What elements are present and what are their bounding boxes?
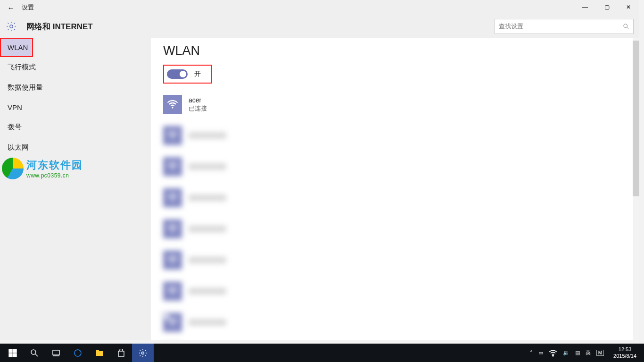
taskbar-settings[interactable] bbox=[132, 344, 154, 362]
wifi-icon bbox=[163, 126, 182, 145]
maximize-button[interactable]: ▢ bbox=[596, 0, 618, 14]
network-item[interactable] bbox=[163, 123, 627, 154]
svg-point-8 bbox=[172, 262, 173, 264]
network-name bbox=[189, 319, 226, 326]
tray-ime-lang[interactable]: 英 bbox=[586, 349, 591, 356]
titlebar: ← 设置 — ▢ ✕ bbox=[0, 0, 639, 15]
search-placeholder: 查找设置 bbox=[499, 22, 523, 31]
svg-point-24 bbox=[142, 352, 144, 354]
tray-battery-icon[interactable]: ▭ bbox=[538, 350, 543, 356]
tray-volume-icon[interactable]: 🔉 bbox=[563, 350, 570, 356]
network-name bbox=[189, 194, 226, 201]
network-name bbox=[189, 132, 226, 139]
tray-wifi-icon[interactable] bbox=[549, 349, 557, 357]
svg-point-0 bbox=[10, 25, 13, 28]
wifi-icon bbox=[163, 219, 182, 238]
svg-point-6 bbox=[172, 200, 173, 202]
svg-rect-22 bbox=[96, 350, 99, 352]
sidebar-item-vpn[interactable]: VPN bbox=[0, 98, 151, 117]
wlan-toggle[interactable] bbox=[167, 69, 188, 79]
network-item[interactable]: acer已连接 bbox=[163, 92, 627, 123]
sidebar-item-airplane-mode[interactable]: 飞行模式 bbox=[0, 57, 151, 77]
svg-rect-18 bbox=[53, 350, 59, 355]
watermark-logo bbox=[2, 158, 24, 179]
task-view-button[interactable] bbox=[45, 344, 67, 362]
window-title: 设置 bbox=[22, 3, 34, 12]
network-item[interactable] bbox=[163, 154, 627, 185]
tray-ime-mode[interactable]: M bbox=[596, 350, 604, 356]
network-name bbox=[189, 257, 226, 263]
network-status: 已连接 bbox=[189, 104, 207, 113]
svg-rect-14 bbox=[9, 354, 12, 357]
sidebar: WLAN 飞行模式 数据使用量 VPN 拨号 以太网 河东软件园 www.pc0… bbox=[0, 38, 151, 340]
network-name bbox=[189, 288, 226, 295]
sidebar-item-dialup[interactable]: 拨号 bbox=[0, 117, 151, 137]
minimize-button[interactable]: — bbox=[574, 0, 596, 14]
svg-point-7 bbox=[172, 231, 173, 233]
svg-point-5 bbox=[172, 169, 173, 170]
watermark-cn: 河东软件园 bbox=[26, 158, 83, 172]
network-item[interactable] bbox=[163, 310, 627, 340]
watermark-url: www.pc0359.cn bbox=[26, 172, 83, 179]
search-icon bbox=[623, 23, 629, 30]
header-bar: 网络和 INTERNET 查找设置 bbox=[0, 15, 639, 38]
network-item[interactable] bbox=[163, 217, 627, 248]
svg-point-1 bbox=[624, 24, 627, 28]
wlan-toggle-label: 开 bbox=[194, 70, 201, 78]
close-button[interactable]: ✕ bbox=[618, 0, 639, 14]
network-item[interactable] bbox=[163, 185, 627, 217]
network-list: acer已连接 bbox=[163, 92, 627, 340]
taskbar-store[interactable] bbox=[110, 344, 132, 362]
wifi-icon bbox=[163, 95, 182, 114]
svg-point-25 bbox=[553, 355, 553, 356]
svg-point-20 bbox=[74, 350, 81, 356]
wifi-icon bbox=[163, 282, 182, 301]
wifi-icon bbox=[163, 313, 182, 332]
system-tray: ˄ ▭ 🔉 ▤ 英 M 12:53 2015/8/14 bbox=[530, 346, 642, 359]
svg-point-16 bbox=[31, 350, 36, 354]
svg-rect-12 bbox=[9, 349, 12, 353]
section-title: 网络和 INTERNET bbox=[26, 21, 93, 32]
taskbar-clock[interactable]: 12:53 2015/8/14 bbox=[610, 346, 640, 359]
network-item[interactable] bbox=[163, 279, 627, 310]
svg-point-4 bbox=[172, 138, 173, 139]
sidebar-item-ethernet[interactable]: 以太网 bbox=[0, 137, 151, 158]
wifi-icon bbox=[163, 157, 182, 176]
wifi-icon bbox=[163, 188, 182, 207]
svg-point-10 bbox=[172, 325, 173, 326]
search-input[interactable]: 查找设置 bbox=[495, 19, 634, 34]
network-name: acer bbox=[189, 96, 201, 104]
taskbar-edge[interactable] bbox=[67, 344, 89, 362]
taskbar-explorer[interactable] bbox=[89, 344, 110, 362]
svg-rect-13 bbox=[13, 349, 17, 353]
svg-rect-15 bbox=[13, 354, 17, 357]
network-name bbox=[189, 226, 226, 232]
taskbar-search[interactable] bbox=[24, 344, 45, 362]
page-title: WLAN bbox=[163, 43, 627, 58]
main-panel: WLAN 开 acer已连接 bbox=[151, 38, 639, 340]
svg-line-2 bbox=[627, 27, 629, 29]
sidebar-item-data-usage[interactable]: 数据使用量 bbox=[0, 77, 151, 98]
svg-rect-21 bbox=[96, 351, 103, 356]
wifi-icon bbox=[163, 251, 182, 269]
start-button[interactable] bbox=[2, 344, 24, 362]
gear-icon bbox=[6, 21, 17, 32]
vertical-scrollbar[interactable] bbox=[633, 38, 639, 340]
taskbar: ˄ ▭ 🔉 ▤ 英 M 12:53 2015/8/14 bbox=[0, 344, 644, 362]
network-name bbox=[189, 163, 226, 170]
back-button[interactable]: ← bbox=[0, 4, 22, 12]
tray-chevron-up-icon[interactable]: ˄ bbox=[530, 350, 533, 356]
sidebar-item-wlan[interactable]: WLAN bbox=[0, 38, 33, 57]
tray-action-center-icon[interactable]: ▤ bbox=[575, 350, 580, 356]
svg-point-3 bbox=[172, 107, 173, 108]
svg-rect-23 bbox=[118, 351, 124, 356]
svg-line-17 bbox=[35, 354, 38, 356]
svg-point-9 bbox=[172, 294, 173, 295]
network-item[interactable] bbox=[163, 248, 627, 279]
